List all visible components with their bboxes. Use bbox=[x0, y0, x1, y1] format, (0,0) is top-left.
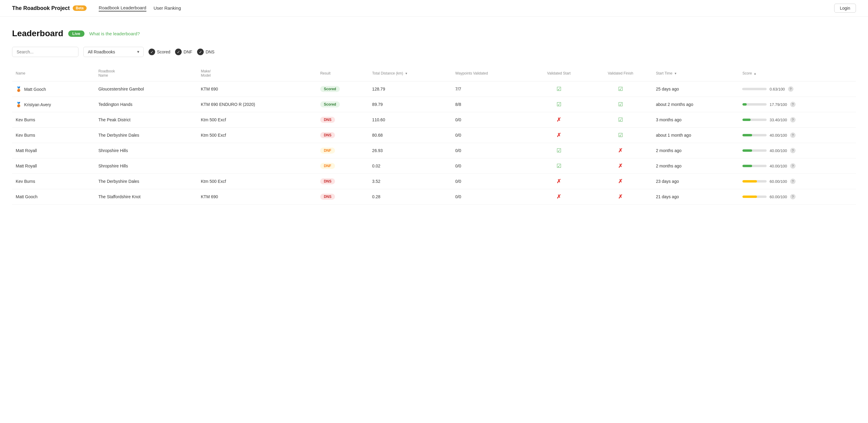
score-help-icon[interactable]: ? bbox=[790, 178, 796, 184]
score-text: 40.00/100 bbox=[770, 149, 787, 153]
score-bar-wrapper: 33.40/100 ? bbox=[742, 117, 852, 123]
roadbook-select[interactable]: All Roadbooks bbox=[83, 47, 144, 57]
table-header: Name RoadbookName Make/Model Result Tota… bbox=[12, 67, 856, 82]
nav-roadbook-leaderboard[interactable]: Roadbook Leaderboard bbox=[99, 5, 146, 11]
cell-roadbook: The Peak District bbox=[95, 112, 197, 128]
cell-vfinish: ☑ bbox=[589, 112, 652, 128]
cell-name: Matt Gooch bbox=[12, 189, 95, 204]
cell-starttime: 23 days ago bbox=[652, 174, 739, 189]
cell-vstart: ☑ bbox=[529, 158, 589, 174]
vfinish-cross-icon: ✗ bbox=[618, 148, 623, 154]
score-text: 40.00/100 bbox=[770, 133, 787, 138]
col-header-score: Score ▲ bbox=[739, 67, 856, 82]
filter-checkboxes: ✓ Scored ✓ DNF ✓ DNS bbox=[149, 48, 215, 55]
score-bar-bg bbox=[742, 103, 767, 106]
dnf-label: DNF bbox=[184, 50, 192, 54]
cell-starttime: 2 months ago bbox=[652, 158, 739, 174]
score-bar-bg bbox=[742, 196, 767, 198]
score-bar-bg bbox=[742, 165, 767, 167]
score-bar-wrapper: 0.63/100 ? bbox=[742, 86, 852, 92]
cell-distance: 89.79 bbox=[369, 97, 452, 112]
login-button[interactable]: Login bbox=[834, 4, 856, 13]
header: The Roadbook Project Beta Roadbook Leade… bbox=[0, 0, 868, 17]
col-header-name: Name bbox=[12, 67, 95, 82]
dnf-check-icon: ✓ bbox=[175, 48, 182, 55]
vfinish-check-icon: ☑ bbox=[618, 86, 623, 92]
cell-result: DNS bbox=[317, 112, 369, 128]
roadbook-select-wrapper: All Roadbooks ▼ bbox=[83, 47, 144, 57]
cell-waypoints: 0/0 bbox=[452, 189, 529, 204]
name-text: Kev Burns bbox=[16, 133, 35, 138]
score-help-icon[interactable]: ? bbox=[788, 86, 794, 92]
cell-vfinish: ✗ bbox=[589, 189, 652, 204]
nav-user-ranking[interactable]: User Ranking bbox=[154, 5, 181, 11]
page-title: Leaderboard bbox=[12, 29, 63, 38]
cell-result: DNF bbox=[317, 158, 369, 174]
filter-dns[interactable]: ✓ DNS bbox=[197, 48, 215, 55]
cell-starttime: about 1 month ago bbox=[652, 128, 739, 143]
score-help-icon[interactable]: ? bbox=[790, 117, 796, 123]
col-header-make: Make/Model bbox=[197, 67, 317, 82]
filter-dnf[interactable]: ✓ DNF bbox=[175, 48, 192, 55]
search-input[interactable] bbox=[12, 47, 79, 57]
cell-make: KTM 690 bbox=[197, 82, 317, 97]
leaderboard-info-link[interactable]: What is the leaderboard? bbox=[89, 31, 140, 36]
score-bar-bg bbox=[742, 149, 767, 152]
cell-vstart: ✗ bbox=[529, 189, 589, 204]
name-text: Kristyan Avery bbox=[24, 102, 51, 107]
cell-result: Scored bbox=[317, 82, 369, 97]
result-badge: Scored bbox=[320, 101, 340, 107]
cell-make bbox=[197, 158, 317, 174]
table-row: 🥉 Kristyan Avery Teddington Hands KTM 69… bbox=[12, 97, 856, 112]
cell-make: KTM 690 ENDURO R (2020) bbox=[197, 97, 317, 112]
cell-starttime: 2 months ago bbox=[652, 143, 739, 158]
score-help-icon[interactable]: ? bbox=[790, 132, 796, 138]
cell-roadbook: The Derbyshire Dales bbox=[95, 128, 197, 143]
cell-vfinish: ✗ bbox=[589, 174, 652, 189]
vfinish-check-icon: ☑ bbox=[618, 101, 623, 107]
table-row: Kev Burns The Derbyshire Dales Ktm 500 E… bbox=[12, 174, 856, 189]
cell-waypoints: 0/0 bbox=[452, 158, 529, 174]
score-bar-wrapper: 60.00/100 ? bbox=[742, 178, 852, 184]
result-badge: Scored bbox=[320, 86, 340, 92]
cell-score: 60.00/100 ? bbox=[739, 174, 856, 189]
cell-roadbook: The Derbyshire Dales bbox=[95, 174, 197, 189]
score-bar-bg bbox=[742, 119, 767, 121]
score-bar-fill bbox=[742, 165, 752, 167]
score-sort-icon: ▲ bbox=[754, 72, 756, 75]
cell-name: 🥉 Matt Gooch bbox=[12, 82, 95, 97]
cell-vfinish: ☑ bbox=[589, 97, 652, 112]
col-header-distance: Total Distance (km) ▼ bbox=[369, 67, 452, 82]
cell-score: 33.40/100 ? bbox=[739, 112, 856, 128]
score-help-icon[interactable]: ? bbox=[790, 148, 796, 153]
score-text: 40.00/100 bbox=[770, 164, 787, 168]
cell-score: 17.79/100 ? bbox=[739, 97, 856, 112]
cell-distance: 3.52 bbox=[369, 174, 452, 189]
score-help-icon[interactable]: ? bbox=[790, 194, 796, 199]
score-text: 33.40/100 bbox=[770, 118, 787, 122]
cell-score: 40.00/100 ? bbox=[739, 128, 856, 143]
cell-distance: 110.60 bbox=[369, 112, 452, 128]
cell-starttime: 21 days ago bbox=[652, 189, 739, 204]
leaderboard-table-wrapper: Name RoadbookName Make/Model Result Tota… bbox=[12, 67, 856, 204]
cell-name: Kev Burns bbox=[12, 174, 95, 189]
cell-name: Kev Burns bbox=[12, 128, 95, 143]
score-help-icon[interactable]: ? bbox=[790, 163, 796, 169]
result-badge: DNF bbox=[320, 163, 335, 169]
score-text: 17.79/100 bbox=[770, 102, 787, 107]
vstart-check-icon: ☑ bbox=[557, 148, 561, 154]
vfinish-cross-icon: ✗ bbox=[618, 194, 623, 200]
score-help-icon[interactable]: ? bbox=[790, 102, 796, 107]
cell-score: 60.00/100 ? bbox=[739, 189, 856, 204]
cell-waypoints: 7/7 bbox=[452, 82, 529, 97]
cell-vstart: ☑ bbox=[529, 97, 589, 112]
cell-make: KTM 690 bbox=[197, 189, 317, 204]
score-bar-bg bbox=[742, 134, 767, 136]
cell-waypoints: 0/0 bbox=[452, 128, 529, 143]
filter-scored[interactable]: ✓ Scored bbox=[149, 48, 170, 55]
cell-distance: 0.28 bbox=[369, 189, 452, 204]
scored-label: Scored bbox=[157, 50, 170, 54]
cell-roadbook: The Staffordshire Knot bbox=[95, 189, 197, 204]
score-bar-wrapper: 40.00/100 ? bbox=[742, 163, 852, 169]
vfinish-check-icon: ☑ bbox=[618, 117, 623, 123]
